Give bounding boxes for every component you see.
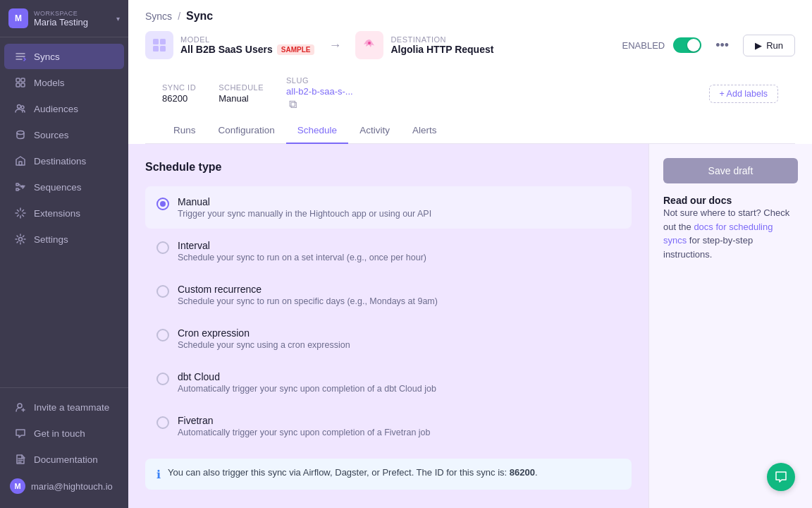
svg-rect-12: [153, 46, 159, 52]
sidebar-item-sequences-label: Sequences: [34, 182, 82, 193]
models-icon: [14, 76, 27, 89]
radio-option-manual[interactable]: Manual Trigger your sync manually in the…: [145, 186, 632, 229]
sidebar: M WORKSPACE Maria Testing ▾ Syncs Models: [0, 0, 128, 508]
sidebar-item-extensions-label: Extensions: [34, 208, 80, 219]
radio-option-interval[interactable]: Interval Schedule your sync to run on a …: [145, 230, 632, 272]
sidebar-item-extensions[interactable]: Extensions: [4, 200, 124, 226]
documentation-icon: [14, 453, 27, 466]
model-info: MODEL All B2B SaaS Users SAMPLE: [180, 35, 314, 55]
radio-desc-dbt-cloud: Automatically trigger your sync upon com…: [178, 384, 436, 394]
sync-id-value: 86200: [162, 93, 196, 104]
sidebar-item-audiences[interactable]: Audiences: [4, 96, 124, 121]
workspace-icon: M: [8, 8, 28, 28]
chevron-down-icon: ▾: [116, 15, 120, 23]
tab-configuration[interactable]: Configuration: [207, 118, 286, 144]
radio-option-dbt-cloud[interactable]: dbt Cloud Automatically trigger your syn…: [145, 361, 632, 404]
more-options-button[interactable]: •••: [710, 35, 734, 56]
svg-point-14: [368, 42, 371, 44]
user-profile[interactable]: M maria@hightouch.io: [0, 473, 128, 500]
sidebar-item-destinations-label: Destinations: [34, 156, 86, 167]
tab-schedule[interactable]: Schedule: [286, 118, 348, 144]
destination-icon: [355, 31, 383, 59]
right-panel: Save draft Read our docs Not sure where …: [648, 144, 812, 508]
svg-rect-0: [16, 78, 20, 82]
tabs-bar: Runs Configuration Schedule Activity Ale…: [145, 118, 795, 144]
svg-rect-10: [153, 39, 159, 44]
sidebar-item-syncs[interactable]: Syncs: [4, 44, 124, 69]
svg-rect-2: [16, 83, 20, 87]
main-area: Syncs / Sync MODEL All B2B SaaS Users SA…: [128, 0, 812, 508]
sidebar-item-invite[interactable]: Invite a teammate: [4, 394, 124, 420]
settings-icon: [14, 233, 27, 246]
sidebar-item-get-in-touch[interactable]: Get in touch: [4, 421, 124, 446]
radio-content-custom-recurrence: Custom recurrence Schedule your sync to …: [178, 284, 438, 306]
toggle-knob: [687, 39, 700, 52]
slug-value[interactable]: all-b2-b-saa-s-...: [286, 86, 353, 97]
chat-fab-button[interactable]: [767, 463, 795, 491]
svg-point-6: [17, 131, 24, 135]
tab-alerts[interactable]: Alerts: [401, 118, 448, 144]
run-button[interactable]: ▶ Run: [743, 35, 795, 56]
radio-content-manual: Manual Trigger your sync manually in the…: [178, 196, 431, 219]
invite-label: Invite a teammate: [34, 402, 109, 413]
read-docs-title: Read our docs: [663, 195, 798, 206]
sidebar-item-settings[interactable]: Settings: [4, 226, 124, 252]
svg-rect-1: [21, 78, 25, 82]
model-label: MODEL: [180, 35, 314, 44]
save-draft-button[interactable]: Save draft: [663, 158, 798, 183]
radio-option-fivetran[interactable]: Fivetran Automatically trigger your sync…: [145, 405, 632, 447]
radio-circle-fivetran: [156, 416, 169, 429]
radio-content-dbt-cloud: dbt Cloud Automatically trigger your syn…: [178, 371, 436, 394]
breadcrumb-current: Sync: [186, 10, 213, 23]
invite-icon: [14, 401, 27, 413]
destination-label: DESTINATION: [390, 35, 493, 44]
user-email: maria@hightouch.io: [31, 481, 113, 492]
tab-runs[interactable]: Runs: [162, 118, 207, 144]
sidebar-item-documentation[interactable]: Documentation: [4, 447, 124, 472]
destinations-icon: [14, 155, 27, 167]
info-text: You can also trigger this sync via Airfl…: [168, 467, 538, 478]
extensions-icon: [14, 207, 27, 219]
sidebar-item-sequences[interactable]: Sequences: [4, 174, 124, 200]
schedule-value: Manual: [219, 93, 264, 104]
sidebar-item-models[interactable]: Models: [4, 70, 124, 95]
copy-icon[interactable]: ⧉: [289, 98, 353, 111]
content-area: Schedule type Manual Trigger your sync m…: [128, 144, 812, 508]
radio-option-custom-recurrence[interactable]: Custom recurrence Schedule your sync to …: [145, 274, 632, 316]
user-avatar: M: [10, 478, 25, 494]
model-name: All B2B SaaS Users: [180, 44, 273, 55]
breadcrumb: Syncs / Sync: [145, 10, 795, 23]
radio-title-fivetran: Fivetran: [178, 415, 431, 426]
breadcrumb-parent[interactable]: Syncs: [145, 11, 172, 22]
add-labels-button[interactable]: + Add labels: [709, 85, 778, 103]
enabled-label: ENABLED: [622, 40, 665, 51]
header-right: ENABLED ••• ▶ Run: [622, 35, 795, 56]
breadcrumb-separator: /: [178, 11, 180, 22]
schedule-options: Manual Trigger your sync manually in the…: [145, 186, 632, 447]
radio-desc-fivetran: Automatically trigger your sync upon com…: [178, 428, 431, 437]
audiences-icon: [14, 102, 27, 115]
run-play-icon: ▶: [755, 40, 762, 51]
workspace-header[interactable]: M WORKSPACE Maria Testing ▾: [0, 0, 128, 37]
sidebar-item-settings-label: Settings: [34, 234, 68, 245]
radio-circle-custom-recurrence: [156, 285, 169, 298]
model-box: MODEL All B2B SaaS Users SAMPLE: [145, 31, 314, 59]
top-bar: Syncs / Sync MODEL All B2B SaaS Users SA…: [128, 0, 812, 144]
documentation-label: Documentation: [34, 454, 98, 465]
destination-info: DESTINATION Algolia HTTP Request: [390, 35, 493, 55]
radio-title-manual: Manual: [178, 196, 431, 207]
get-in-touch-icon: [14, 427, 27, 440]
radio-option-cron-expression[interactable]: Cron expression Schedule your sync using…: [145, 318, 632, 360]
sidebar-item-sources[interactable]: Sources: [4, 122, 124, 147]
tab-activity[interactable]: Activity: [348, 118, 401, 144]
sidebar-item-sources-label: Sources: [34, 130, 69, 140]
read-docs-section: Read our docs Not sure where to start? C…: [663, 195, 798, 261]
workspace-label: WORKSPACE: [34, 10, 111, 17]
radio-content-cron-expression: Cron expression Schedule your sync using…: [178, 327, 350, 350]
enabled-toggle[interactable]: [673, 37, 701, 53]
sample-badge: SAMPLE: [277, 44, 315, 55]
svg-rect-13: [160, 46, 166, 52]
sidebar-item-destinations[interactable]: Destinations: [4, 148, 124, 174]
radio-desc-custom-recurrence: Schedule your sync to run on specific da…: [178, 296, 438, 306]
radio-desc-manual: Trigger your sync manually in the Highto…: [178, 209, 431, 219]
